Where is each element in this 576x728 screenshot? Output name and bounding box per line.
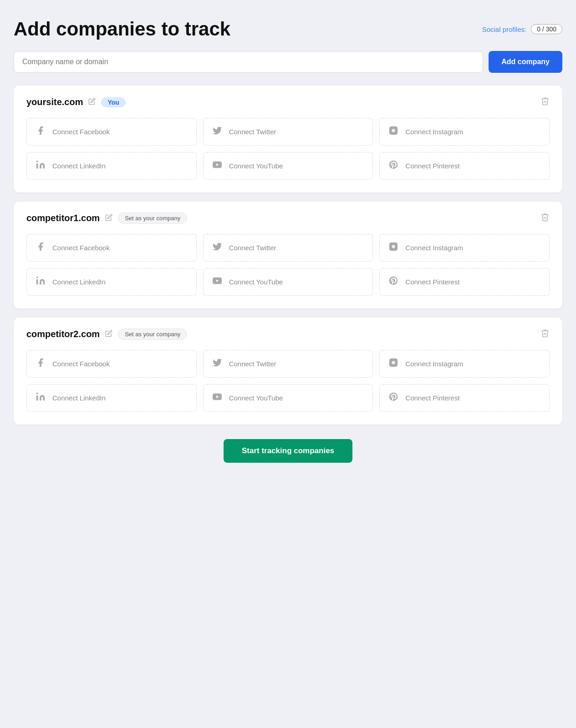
search-input[interactable]	[14, 51, 483, 73]
social-label-yoursite-pinterest: Connect Pinterest	[405, 162, 459, 170]
delete-icon-yoursite[interactable]	[540, 96, 550, 108]
social-btn-yoursite-youtube[interactable]: Connect YouTube	[203, 152, 373, 180]
social-btn-competitor2-instagram[interactable]: Connect Instagram	[379, 350, 550, 378]
social-label-yoursite-youtube: Connect YouTube	[229, 162, 283, 170]
youtube-icon	[212, 160, 223, 172]
youtube-icon	[212, 392, 223, 404]
company-card-competitor1: competitor1.comSet as your companyConnec…	[14, 202, 562, 308]
company-name-competitor1: competitor1.com	[26, 213, 100, 223]
social-btn-competitor2-facebook[interactable]: Connect Facebook	[26, 350, 197, 378]
company-header-competitor1: competitor1.comSet as your company	[26, 212, 550, 224]
add-company-button[interactable]: Add company	[489, 51, 562, 73]
pinterest-icon	[388, 276, 399, 288]
social-btn-competitor1-youtube[interactable]: Connect YouTube	[203, 268, 373, 296]
social-profiles-label: Social profiles:	[482, 25, 527, 33]
facebook-icon	[35, 126, 46, 138]
social-label-competitor2-instagram: Connect Instagram	[405, 360, 463, 368]
companies-container: yoursite.comYouConnect FacebookConnect T…	[14, 86, 562, 425]
social-label-competitor1-twitter: Connect Twitter	[229, 244, 276, 252]
social-label-competitor2-youtube: Connect YouTube	[229, 394, 283, 402]
edit-icon-competitor1[interactable]	[105, 214, 112, 223]
instagram-icon	[388, 358, 399, 370]
social-btn-yoursite-twitter[interactable]: Connect Twitter	[203, 118, 373, 146]
social-btn-yoursite-facebook[interactable]: Connect Facebook	[26, 118, 197, 146]
svg-point-6	[36, 277, 38, 278]
social-label-yoursite-twitter: Connect Twitter	[229, 128, 276, 136]
social-btn-competitor2-youtube[interactable]: Connect YouTube	[203, 384, 373, 412]
company-card-competitor2: competitor2.comSet as your companyConnec…	[14, 318, 562, 425]
social-btn-competitor1-pinterest[interactable]: Connect Pinterest	[379, 268, 550, 296]
badge-competitor2[interactable]: Set as your company	[118, 329, 187, 340]
footer: Start tracking companies	[14, 439, 562, 463]
social-btn-competitor1-twitter[interactable]: Connect Twitter	[203, 234, 373, 262]
instagram-icon	[388, 126, 399, 138]
social-btn-competitor2-linkedin[interactable]: Connect LinkedIn	[26, 384, 197, 412]
badge-competitor1[interactable]: Set as your company	[118, 212, 187, 224]
company-card-yoursite: yoursite.comYouConnect FacebookConnect T…	[14, 86, 562, 192]
svg-point-10	[36, 393, 38, 394]
social-btn-yoursite-linkedin[interactable]: Connect LinkedIn	[26, 152, 197, 180]
facebook-icon	[35, 358, 46, 370]
social-label-competitor2-pinterest: Connect Pinterest	[405, 394, 459, 402]
social-profiles-info: Social profiles: 0 / 300	[482, 24, 562, 34]
twitter-icon	[212, 358, 223, 370]
search-row: Add company	[14, 51, 562, 73]
social-btn-yoursite-pinterest[interactable]: Connect Pinterest	[379, 152, 550, 180]
social-btn-yoursite-instagram[interactable]: Connect Instagram	[379, 118, 550, 146]
badge-yoursite: You	[101, 97, 125, 107]
company-name-yoursite: yoursite.com	[26, 97, 83, 107]
linkedin-icon	[35, 160, 46, 172]
social-btn-competitor1-instagram[interactable]: Connect Instagram	[379, 234, 550, 262]
social-grid-competitor2: Connect FacebookConnect TwitterConnect I…	[26, 350, 550, 412]
social-btn-competitor2-twitter[interactable]: Connect Twitter	[203, 350, 373, 378]
social-btn-competitor1-linkedin[interactable]: Connect LinkedIn	[26, 268, 197, 296]
linkedin-icon	[35, 276, 46, 288]
social-label-competitor2-linkedin: Connect LinkedIn	[52, 394, 106, 402]
social-grid-yoursite: Connect FacebookConnect TwitterConnect I…	[26, 118, 550, 180]
profiles-count-badge: 0 / 300	[531, 24, 562, 34]
twitter-icon	[212, 242, 223, 254]
edit-icon-competitor2[interactable]	[105, 330, 112, 339]
page-header: Add companies to track Social profiles: …	[14, 18, 562, 40]
facebook-icon	[35, 242, 46, 254]
social-label-yoursite-facebook: Connect Facebook	[52, 128, 110, 136]
delete-icon-competitor2[interactable]	[540, 329, 550, 340]
social-label-competitor1-linkedin: Connect LinkedIn	[52, 278, 106, 286]
pinterest-icon	[388, 392, 399, 404]
social-label-yoursite-linkedin: Connect LinkedIn	[52, 162, 106, 170]
social-label-competitor1-facebook: Connect Facebook	[52, 244, 110, 252]
social-grid-competitor1: Connect FacebookConnect TwitterConnect I…	[26, 234, 550, 296]
youtube-icon	[212, 276, 223, 288]
social-label-competitor2-twitter: Connect Twitter	[229, 360, 276, 368]
company-name-competitor2: competitor2.com	[26, 329, 100, 339]
social-label-yoursite-instagram: Connect Instagram	[405, 128, 463, 136]
social-btn-competitor1-facebook[interactable]: Connect Facebook	[26, 234, 197, 262]
svg-point-2	[36, 161, 38, 162]
social-label-competitor1-youtube: Connect YouTube	[229, 278, 283, 286]
social-label-competitor1-pinterest: Connect Pinterest	[405, 278, 459, 286]
delete-icon-competitor1[interactable]	[540, 212, 550, 224]
company-header-competitor2: competitor2.comSet as your company	[26, 329, 550, 340]
social-label-competitor1-instagram: Connect Instagram	[405, 244, 463, 252]
page-title: Add companies to track	[14, 18, 230, 40]
social-label-competitor2-facebook: Connect Facebook	[52, 360, 110, 368]
social-btn-competitor2-pinterest[interactable]: Connect Pinterest	[379, 384, 550, 412]
linkedin-icon	[35, 392, 46, 404]
company-header-yoursite: yoursite.comYou	[26, 96, 550, 108]
instagram-icon	[388, 242, 399, 254]
pinterest-icon	[388, 160, 399, 172]
twitter-icon	[212, 126, 223, 138]
edit-icon-yoursite[interactable]	[88, 98, 96, 107]
start-tracking-button[interactable]: Start tracking companies	[224, 439, 352, 463]
